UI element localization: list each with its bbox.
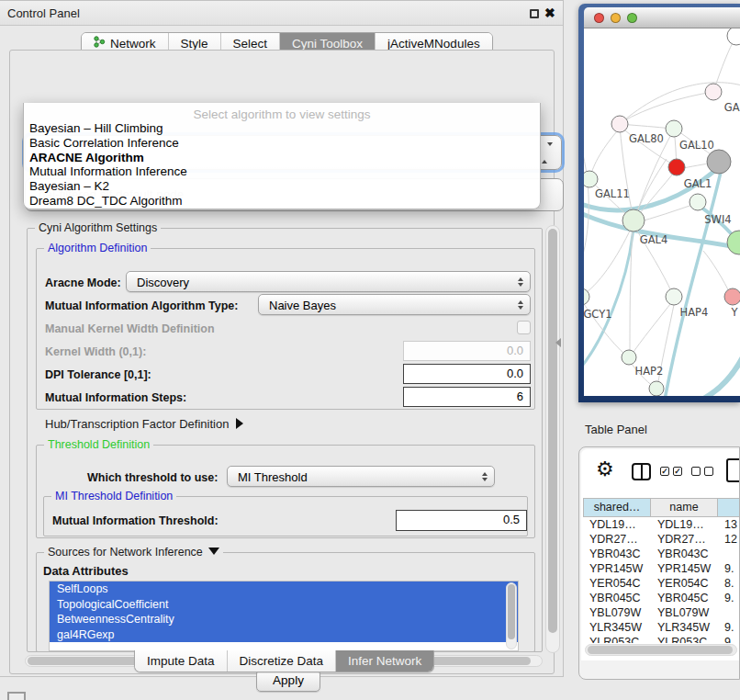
select-all-checkboxes-icon[interactable]: ✓✓: [660, 467, 682, 476]
aracne-mode-combobox[interactable]: Discovery: [126, 271, 531, 292]
hub-definition-toggle[interactable]: Hub/Transcription Factor Definition: [45, 417, 243, 431]
table-row[interactable]: YBL079WYBL079W: [583, 605, 739, 620]
node-gal80[interactable]: [611, 116, 628, 132]
table-row[interactable]: YER054CYER054C8.: [583, 576, 739, 591]
attribute-item[interactable]: BetweennessCentrality: [50, 612, 518, 627]
algorithm-option[interactable]: Bayesian – K2: [24, 179, 540, 194]
network-canvas[interactable]: GAL2GAL80GAL10GAL1GAL11SWI4GAL4GCY1HAP4Y…: [584, 28, 740, 396]
attribute-item[interactable]: SelfLoops: [50, 581, 518, 597]
settings-vertical-scrollbar[interactable]: [545, 225, 560, 653]
table-cell: YER054C: [583, 576, 651, 591]
minimize-traffic-light-icon[interactable]: [611, 13, 621, 23]
tab-impute-data[interactable]: Impute Data: [135, 650, 228, 672]
table-cell: 9.: [718, 635, 739, 643]
network-edge[interactable]: [584, 227, 632, 297]
data-attributes-list[interactable]: SelfLoopsTopologicalCoefficientBetweenne…: [49, 581, 519, 651]
table-cell: 9.: [718, 620, 739, 635]
node-swi4[interactable]: [690, 194, 706, 210]
table-row[interactable]: YPR145WYPR145W9.: [583, 561, 739, 576]
table-row[interactable]: YLR345WYLR345W9.: [583, 620, 739, 635]
deselect-all-checkboxes-icon[interactable]: [691, 467, 713, 476]
mi-algorithm-type-combobox[interactable]: Naive Bayes: [258, 294, 531, 315]
node-top-white[interactable]: [727, 28, 740, 45]
mi-threshold-group-title: MI Threshold Definition: [51, 490, 176, 502]
algorithm-option[interactable]: ARACNE Algorithm: [24, 151, 540, 165]
algorithm-popup-placeholder: Select algorithm to view settings: [24, 103, 540, 121]
network-edge[interactable]: [632, 299, 674, 355]
manual-kernel-width-checkbox[interactable]: [517, 321, 531, 334]
kernel-width-field[interactable]: 0.0: [403, 341, 531, 361]
table-cell: YBR045C: [583, 591, 651, 605]
node-bottom[interactable]: [649, 381, 664, 396]
network-edge[interactable]: [636, 169, 677, 218]
node-gray[interactable]: [707, 150, 731, 174]
algorithm-option[interactable]: Bayesian – Hill Climbing: [24, 121, 540, 136]
node-hap2[interactable]: [622, 350, 636, 365]
gear-icon[interactable]: ⚙: [596, 457, 614, 481]
node-gal1[interactable]: [668, 159, 685, 175]
node-gal2-label: GAL2: [724, 101, 740, 114]
node-hap4[interactable]: [666, 288, 682, 305]
sources-group-label: Sources for Network Inference: [48, 546, 203, 559]
apply-button[interactable]: Apply: [256, 670, 320, 692]
node-green-right[interactable]: [727, 231, 740, 254]
node-gal2[interactable]: [705, 84, 722, 100]
attributes-scrollbar[interactable]: [506, 582, 517, 649]
node-y[interactable]: [724, 288, 740, 305]
table-cell: YDR27…: [583, 532, 651, 547]
algorithm-option[interactable]: Mutual Information Inference: [24, 164, 540, 179]
which-threshold-combobox[interactable]: MI Threshold: [227, 466, 495, 487]
panel-divider-collapse-arrow[interactable]: [555, 338, 561, 347]
table-row[interactable]: YDL19…YDL19…13: [583, 517, 739, 532]
attribute-item[interactable]: TopologicalCoefficient: [50, 597, 518, 613]
columns-icon[interactable]: [632, 463, 651, 480]
node-gal11[interactable]: [584, 171, 598, 187]
expanded-arrow-icon: [208, 548, 219, 555]
network-edge[interactable]: [622, 92, 713, 122]
tab-discretize-data[interactable]: Discretize Data: [228, 650, 337, 672]
node-gal10[interactable]: [666, 120, 682, 137]
page-icon[interactable]: [726, 458, 739, 482]
mi-steps-field[interactable]: 6: [403, 387, 531, 407]
table-row[interactable]: YLR053CYLR053C9.: [583, 635, 739, 643]
table-cell: 8.: [718, 576, 739, 591]
close-icon[interactable]: ✖: [544, 6, 555, 20]
node-hap4-label: HAP4: [680, 306, 709, 319]
table-header-row: shared…name: [583, 498, 739, 517]
table-row[interactable]: YBR045CYBR045C9.: [583, 591, 739, 605]
float-window-icon[interactable]: [530, 9, 539, 18]
table-cell: 12: [718, 532, 739, 547]
cyni-toolbox-panel: gal-filtered sif default node Select alg…: [9, 50, 555, 674]
node-gal11-label: GAL11: [595, 187, 630, 200]
cyni-algorithm-settings-title: Cyni Algorithm Settings: [35, 221, 161, 234]
node-gal4[interactable]: [622, 209, 645, 231]
zoom-traffic-light-icon[interactable]: [627, 13, 637, 23]
algorithm-option[interactable]: Basic Correlation Inference: [24, 136, 540, 151]
network-edge[interactable]: [620, 83, 740, 124]
table-row[interactable]: YBR043CYBR043C: [583, 547, 739, 561]
network-window-titlebar[interactable]: [584, 7, 740, 28]
attribute-item[interactable]: gal4RGexp: [50, 627, 518, 643]
control-panel-window: Control Panel ✖ NetworkStyleSelectCyni T…: [0, 0, 564, 677]
algorithm-option[interactable]: Dream8 DC_TDC Algorithm: [24, 194, 540, 209]
close-traffic-light-icon[interactable]: [594, 13, 604, 23]
table-horizontal-scrollbar[interactable]: [585, 644, 737, 656]
tab-infer-network[interactable]: Infer Network: [336, 650, 433, 672]
table-row[interactable]: YDR27…YDR27…12: [583, 532, 739, 547]
cyni-bottom-tab-bar: Impute DataDiscretize DataInfer Network: [134, 650, 434, 672]
algorithm-popup-list: Bayesian – Hill ClimbingBasic Correlatio…: [24, 121, 540, 209]
data-attributes-label: Data Attributes: [43, 564, 129, 578]
network-edge[interactable]: [590, 126, 622, 177]
mi-threshold-field[interactable]: 0.5: [396, 510, 527, 531]
sources-group-title[interactable]: Sources for Network Inference: [44, 546, 223, 559]
mi-threshold-label: Mutual Information Threshold:: [52, 514, 219, 527]
manual-kernel-width-label: Manual Kernel Width Definition: [45, 322, 215, 335]
table-cell: 9.: [718, 591, 739, 605]
column-header[interactable]: [718, 498, 739, 517]
network-edge[interactable]: [584, 227, 633, 370]
column-header[interactable]: name: [651, 498, 718, 517]
column-header[interactable]: shared…: [583, 498, 651, 517]
dpi-tolerance-field[interactable]: 0.0: [403, 364, 531, 384]
table-cell: YLR053C: [651, 635, 718, 643]
table-cell: 9.: [718, 561, 739, 576]
